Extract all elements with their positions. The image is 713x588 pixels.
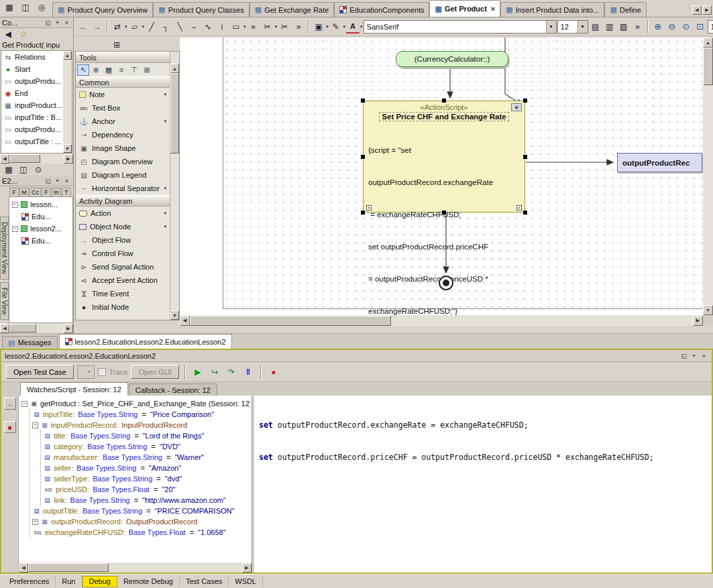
- status-tab-preferences[interactable]: Preferences: [3, 576, 56, 587]
- step-over-icon[interactable]: ↷: [225, 365, 238, 379]
- open-gui-button[interactable]: Open GUI: [131, 365, 179, 379]
- dropdown-icon[interactable]: ▾: [243, 24, 246, 30]
- execution-pointer-icon[interactable]: →: [4, 398, 16, 410]
- palette-item-object-flow[interactable]: → Object Flow: [76, 233, 170, 247]
- overflow-icon[interactable]: »: [247, 20, 260, 34]
- collapse-icon[interactable]: −: [12, 202, 18, 208]
- cut-alt-icon[interactable]: ✂: [278, 20, 291, 34]
- palette-item-note[interactable]: Note ▾: [76, 88, 170, 101]
- dropdown-icon[interactable]: ▾: [343, 24, 346, 30]
- palette-header-tools[interactable]: Tools: [76, 52, 170, 63]
- tab-scroll-right-icon[interactable]: ▶: [702, 5, 712, 15]
- containment-hscrollbar[interactable]: ◀ ▶: [0, 154, 73, 164]
- palette-item-control-flow[interactable]: ↠ Control Flow: [76, 247, 170, 260]
- mini-tab[interactable]: Cc: [30, 188, 41, 196]
- scroll-right-icon[interactable]: ▶: [242, 563, 252, 573]
- pencil-icon[interactable]: ✎: [329, 20, 343, 34]
- canvas-hscrollbar[interactable]: ◀ ▶: [180, 315, 703, 326]
- watch-row[interactable]: ▤ inputTitle:Base Types.String="Price Co…: [32, 409, 250, 420]
- mini-tab[interactable]: In: [52, 188, 61, 196]
- collapse-icon[interactable]: −: [32, 422, 38, 428]
- chevron-down-icon[interactable]: ▾: [164, 224, 166, 229]
- run-icon[interactable]: ▶: [191, 365, 205, 379]
- history-view-icon[interactable]: ⊙: [32, 164, 45, 175]
- status-tab-remote-debug[interactable]: Remote Debug: [117, 576, 180, 587]
- selection-handle[interactable]: [442, 99, 446, 103]
- zoom-in-icon[interactable]: ⊕: [651, 20, 665, 34]
- open-test-case-button[interactable]: Open Test Case: [6, 365, 74, 379]
- mini-tab[interactable]: F: [42, 188, 51, 196]
- zoom-out-icon[interactable]: ⊖: [665, 20, 679, 34]
- zoom-level-select[interactable]: 104% ▾: [708, 20, 713, 34]
- zoom-fit-icon[interactable]: ⊡: [694, 20, 707, 34]
- line-oblique-icon[interactable]: ╲: [173, 20, 186, 34]
- status-tab-wsdl[interactable]: WSDL: [229, 576, 263, 587]
- scroll-right-icon[interactable]: ▶: [64, 154, 73, 164]
- scroll-left-icon[interactable]: ◀: [180, 316, 190, 326]
- palette-item-text-box[interactable]: abc Text Box: [76, 101, 170, 115]
- tab-lesson2[interactable]: lesson2.EducationLesson2.EducationLesson…: [59, 334, 232, 349]
- watch-row[interactable]: ▤ title:Base Types.String="Lord of the R…: [43, 430, 250, 441]
- scroll-down-icon[interactable]: ▼: [170, 310, 179, 320]
- scroll-up-icon[interactable]: ▲: [63, 51, 72, 60]
- watch-row[interactable]: ▤ sellerType:Base Types.String="dvd": [43, 473, 250, 484]
- tree-item-relations[interactable]: ⇆ Relations: [1, 51, 72, 63]
- diagram-icon[interactable]: ▦: [3, 1, 16, 14]
- watches-hscrollbar[interactable]: ◀ ▶: [19, 563, 252, 573]
- selection-handle[interactable]: [523, 155, 527, 159]
- watch-row[interactable]: ▤ outputTitle:Base Types.String="PRICE C…: [32, 506, 250, 516]
- palette-item-action[interactable]: Action ▾: [76, 207, 170, 220]
- tree-item-lesson2[interactable]: − lesson2...: [9, 223, 72, 235]
- containment-tree-icon[interactable]: ⊞: [110, 38, 123, 52]
- chevron-down-icon[interactable]: ▾: [546, 21, 556, 33]
- watch-row[interactable]: 0.01 exchangeRateCHFUSD:Base Types.Float…: [32, 527, 250, 538]
- close-tab-icon[interactable]: ×: [491, 5, 495, 13]
- compartment-toggle-icon[interactable]: [366, 205, 372, 211]
- close-panel-icon[interactable]: ×: [700, 351, 708, 360]
- paste-icon[interactable]: ▤: [589, 20, 602, 34]
- line-rectilinear-icon[interactable]: ┐: [159, 20, 172, 34]
- chevron-down-icon[interactable]: ▾: [164, 211, 166, 216]
- tree-item-outputtitle[interactable]: ▭ outputTitle : ...: [1, 135, 72, 148]
- pin-panel-icon[interactable]: ⌖: [53, 18, 62, 27]
- font-size-select[interactable]: 12 ▾: [557, 20, 588, 34]
- selection-handle[interactable]: [361, 211, 365, 215]
- frame-icon[interactable]: ◫: [19, 1, 32, 14]
- palette-item-object-node[interactable]: Object Node ▾: [76, 220, 170, 233]
- palette-vscrollbar[interactable]: ▲ ▼: [170, 52, 179, 320]
- scroll-down-icon[interactable]: ▼: [63, 144, 72, 153]
- mini-tab[interactable]: T: [62, 188, 71, 196]
- palette-item-diagram-legend[interactable]: ▤ Diagram Legend: [76, 168, 170, 182]
- tab-scroll-left-icon[interactable]: ◀: [692, 5, 702, 15]
- tree-item-lesson[interactable]: − lesson...: [9, 198, 72, 211]
- pin-panel-icon[interactable]: ⌖: [53, 176, 62, 185]
- tree-item-edu2[interactable]: Edu...: [19, 235, 72, 247]
- tab-callstack[interactable]: Callstack - Session: 12: [129, 384, 217, 396]
- tab-product-query-overview[interactable]: ▦ Product Query Overview: [52, 2, 153, 17]
- line-custom-icon[interactable]: ≀: [215, 20, 229, 34]
- script-view[interactable]: set outputProductRecord.exchangeRate = e…: [254, 396, 712, 573]
- dropdown-icon[interactable]: ▾: [125, 24, 127, 30]
- scroll-up-icon[interactable]: ▲: [703, 38, 713, 48]
- watch-row[interactable]: ▤ link:Base Types.String="http://www.ama…: [43, 495, 250, 506]
- test-case-select[interactable]: ▾: [77, 365, 95, 379]
- add-shape-icon[interactable]: ▱: [128, 20, 142, 34]
- palette-item-diagram-overview[interactable]: ◰ Diagram Overview: [76, 155, 170, 168]
- scroll-left-icon[interactable]: ◀: [0, 154, 9, 164]
- line-diagonal-icon[interactable]: ╱: [145, 20, 158, 34]
- paste-style-icon[interactable]: ▥: [603, 20, 616, 34]
- close-panel-icon[interactable]: ×: [62, 176, 71, 185]
- step-into-icon[interactable]: ↪: [208, 365, 221, 379]
- tree-item-edu[interactable]: Edu...: [19, 211, 72, 223]
- paste-format-icon[interactable]: ▧: [617, 20, 630, 34]
- scroll-up-icon[interactable]: ▲: [170, 64, 179, 73]
- palette-item-dependency[interactable]: ⇢ Dependency: [76, 128, 170, 141]
- collapse-icon[interactable]: −: [12, 226, 18, 232]
- tab-deployment-view[interactable]: Deployment View: [0, 217, 9, 280]
- dropdown-icon[interactable]: ▾: [142, 24, 145, 30]
- align-tool-icon[interactable]: ≡: [115, 64, 127, 76]
- line-rounded-icon[interactable]: ⌣: [187, 20, 201, 34]
- chevron-down-icon[interactable]: ▾: [164, 119, 166, 124]
- chevron-down-icon[interactable]: ▾: [578, 21, 588, 33]
- tree-item-end[interactable]: ◉ End: [1, 87, 72, 99]
